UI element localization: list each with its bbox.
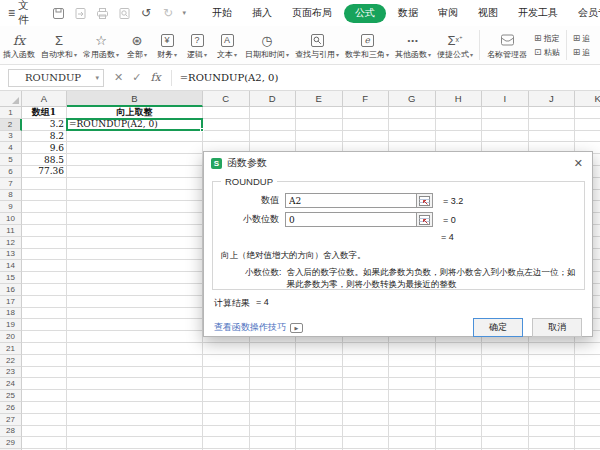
cell-A26[interactable] bbox=[22, 402, 67, 414]
cell-B1[interactable]: 向上取整 bbox=[67, 107, 203, 119]
select-all-corner[interactable] bbox=[0, 91, 22, 107]
cell-A9[interactable] bbox=[22, 201, 67, 213]
row-header-22[interactable]: 22 bbox=[0, 355, 22, 367]
cell-F25[interactable] bbox=[343, 390, 390, 402]
cell-I22[interactable] bbox=[482, 355, 529, 367]
column-header-B[interactable]: B bbox=[67, 91, 203, 107]
row-header-26[interactable]: 26 bbox=[0, 402, 22, 414]
cell-D21[interactable] bbox=[250, 343, 297, 355]
row-header-28[interactable]: 28 bbox=[0, 426, 22, 438]
cell-I21[interactable] bbox=[482, 343, 529, 355]
cell-B16[interactable] bbox=[67, 284, 203, 296]
cell-K27[interactable] bbox=[575, 414, 600, 426]
assign-button[interactable]: ⊞ 指定 bbox=[534, 33, 560, 44]
cell-F3[interactable] bbox=[343, 131, 390, 143]
cell-A27[interactable] bbox=[22, 414, 67, 426]
cancel-formula-icon[interactable]: ✕ bbox=[114, 71, 123, 84]
cell-B4[interactable] bbox=[67, 142, 203, 154]
cell-J21[interactable] bbox=[529, 343, 576, 355]
cell-D28[interactable] bbox=[250, 426, 297, 438]
ribbon-button-text[interactable]: A文本▾ bbox=[212, 26, 242, 64]
cell-H25[interactable] bbox=[436, 390, 483, 402]
cell-D29[interactable] bbox=[250, 437, 297, 449]
cell-I26[interactable] bbox=[482, 402, 529, 414]
cell-B24[interactable] bbox=[67, 378, 203, 390]
column-header-A[interactable]: A bbox=[22, 91, 67, 107]
cell-J1[interactable] bbox=[529, 107, 576, 119]
cell-H28[interactable] bbox=[436, 426, 483, 438]
cell-K2[interactable] bbox=[575, 119, 600, 131]
confirm-formula-icon[interactable]: ✓ bbox=[132, 71, 141, 84]
cell-F22[interactable] bbox=[343, 355, 390, 367]
cell-E21[interactable] bbox=[296, 343, 343, 355]
cell-B19[interactable] bbox=[67, 319, 203, 331]
cell-D23[interactable] bbox=[250, 367, 297, 379]
cell-H27[interactable] bbox=[436, 414, 483, 426]
cell-B11[interactable] bbox=[67, 225, 203, 237]
cell-I28[interactable] bbox=[482, 426, 529, 438]
cell-A19[interactable] bbox=[22, 319, 67, 331]
cell-B7[interactable] bbox=[67, 178, 203, 190]
cell-H29[interactable] bbox=[436, 437, 483, 449]
cell-G23[interactable] bbox=[389, 367, 436, 379]
cell-I1[interactable] bbox=[482, 107, 529, 119]
cell-A14[interactable] bbox=[22, 260, 67, 272]
cell-K1[interactable] bbox=[575, 107, 600, 119]
cell-I23[interactable] bbox=[482, 367, 529, 379]
cell-K23[interactable] bbox=[575, 367, 600, 379]
row-header-10[interactable]: 10 bbox=[0, 213, 22, 225]
row-header-15[interactable]: 15 bbox=[0, 272, 22, 284]
ok-button[interactable]: 确定 bbox=[473, 318, 523, 337]
cell-B14[interactable] bbox=[67, 260, 203, 272]
cell-B12[interactable] bbox=[67, 237, 203, 249]
cell-B2[interactable]: =ROUNDUP(A2, 0) bbox=[67, 119, 203, 131]
cell-I25[interactable] bbox=[482, 390, 529, 402]
row-header-11[interactable]: 11 bbox=[0, 225, 22, 237]
ribbon-button-logical[interactable]: ?逻辑▾ bbox=[182, 26, 212, 64]
cell-A7[interactable] bbox=[22, 178, 67, 190]
cell-A12[interactable] bbox=[22, 237, 67, 249]
range-picker-icon[interactable] bbox=[417, 193, 433, 208]
column-header-H[interactable]: H bbox=[436, 91, 483, 107]
insert-function-icon[interactable]: fx bbox=[150, 71, 160, 84]
cell-B9[interactable] bbox=[67, 201, 203, 213]
cell-B28[interactable] bbox=[67, 426, 203, 438]
ribbon-button-quick-formula[interactable]: Σx⁺便捷公式▾ bbox=[434, 26, 476, 64]
column-header-J[interactable]: J bbox=[529, 91, 576, 107]
tab-视图[interactable]: 视图 bbox=[470, 4, 506, 22]
cell-D25[interactable] bbox=[250, 390, 297, 402]
cell-B15[interactable] bbox=[67, 272, 203, 284]
cell-A20[interactable] bbox=[22, 331, 67, 343]
cell-F23[interactable] bbox=[343, 367, 390, 379]
cell-K21[interactable] bbox=[575, 343, 600, 355]
save-icon[interactable] bbox=[51, 6, 66, 21]
cell-A3[interactable]: 8.2 bbox=[22, 131, 67, 143]
cell-B25[interactable] bbox=[67, 390, 203, 402]
cell-I24[interactable] bbox=[482, 378, 529, 390]
cell-F1[interactable] bbox=[343, 107, 390, 119]
ribbon-button-lookup[interactable]: 查找与引用▾ bbox=[292, 26, 342, 64]
cell-D1[interactable] bbox=[250, 107, 297, 119]
cell-G26[interactable] bbox=[389, 402, 436, 414]
cell-A10[interactable] bbox=[22, 213, 67, 225]
cell-J22[interactable] bbox=[529, 355, 576, 367]
row-header-25[interactable]: 25 bbox=[0, 390, 22, 402]
tab-审阅[interactable]: 审阅 bbox=[430, 4, 466, 22]
cell-C28[interactable] bbox=[203, 426, 250, 438]
cell-D2[interactable] bbox=[250, 119, 297, 131]
cell-K26[interactable] bbox=[575, 402, 600, 414]
print-preview-icon[interactable] bbox=[117, 6, 132, 21]
cell-B5[interactable] bbox=[67, 154, 203, 166]
cell-A4[interactable]: 9.6 bbox=[22, 142, 67, 154]
name-manager-button[interactable]: 名称管理器 bbox=[483, 26, 531, 64]
cell-B21[interactable] bbox=[67, 343, 203, 355]
cell-A29[interactable] bbox=[22, 437, 67, 449]
cell-G25[interactable] bbox=[389, 390, 436, 402]
ribbon-button-financial[interactable]: ¥财务▾ bbox=[152, 26, 182, 64]
cell-B22[interactable] bbox=[67, 355, 203, 367]
cell-D24[interactable] bbox=[250, 378, 297, 390]
ribbon-button-date-time[interactable]: ◷日期和时间▾ bbox=[242, 26, 292, 64]
cell-H1[interactable] bbox=[436, 107, 483, 119]
cell-A6[interactable]: 77.36 bbox=[22, 166, 67, 178]
cell-D3[interactable] bbox=[250, 131, 297, 143]
